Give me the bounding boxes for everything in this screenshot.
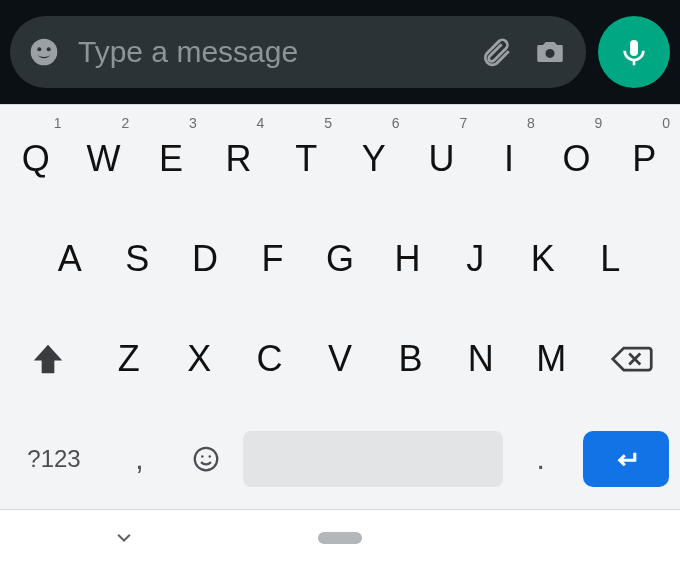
svg-point-3: [545, 49, 554, 58]
svg-point-9: [201, 455, 204, 458]
svg-point-2: [47, 47, 51, 51]
key-t[interactable]: T5: [272, 109, 340, 209]
enter-key[interactable]: [574, 431, 678, 487]
key-w[interactable]: W2: [70, 109, 138, 209]
key-b[interactable]: B: [375, 309, 445, 409]
on-screen-keyboard: Q1 W2 E3 R4 T5 Y6 U7 I8 O9 P0 A S D F G …: [0, 104, 680, 510]
nav-home-pill[interactable]: [318, 532, 362, 544]
key-f[interactable]: F: [239, 209, 307, 309]
enter-icon: [611, 444, 641, 474]
key-d[interactable]: D: [171, 209, 239, 309]
voice-message-button[interactable]: [598, 16, 670, 88]
message-input-bar: [0, 0, 680, 104]
keyboard-emoji-key[interactable]: [173, 444, 240, 474]
chevron-down-icon: [110, 528, 138, 548]
space-key[interactable]: [240, 431, 507, 487]
message-input[interactable]: [78, 35, 460, 69]
symbols-key[interactable]: ?123: [2, 445, 106, 473]
nav-back-button[interactable]: [110, 528, 138, 552]
key-z[interactable]: Z: [94, 309, 164, 409]
key-g[interactable]: G: [306, 209, 374, 309]
key-v[interactable]: V: [305, 309, 375, 409]
key-u[interactable]: U7: [408, 109, 476, 209]
camera-icon[interactable]: [532, 34, 568, 70]
smile-icon: [191, 444, 221, 474]
shift-icon: [29, 340, 67, 378]
key-m[interactable]: M: [516, 309, 586, 409]
key-s[interactable]: S: [104, 209, 172, 309]
svg-point-10: [209, 455, 212, 458]
key-k[interactable]: K: [509, 209, 577, 309]
key-l[interactable]: L: [576, 209, 644, 309]
backspace-icon: [610, 342, 654, 376]
system-nav-bar: [0, 510, 680, 562]
svg-point-8: [195, 448, 218, 471]
key-a[interactable]: A: [36, 209, 104, 309]
key-e[interactable]: E3: [137, 109, 205, 209]
key-n[interactable]: N: [446, 309, 516, 409]
svg-rect-4: [630, 40, 638, 56]
message-input-pill: [10, 16, 586, 88]
attachment-icon[interactable]: [478, 34, 514, 70]
key-o[interactable]: O9: [543, 109, 611, 209]
key-c[interactable]: C: [234, 309, 304, 409]
key-p[interactable]: P0: [610, 109, 678, 209]
svg-point-1: [37, 47, 41, 51]
shift-key[interactable]: [2, 340, 94, 378]
key-q[interactable]: Q1: [2, 109, 70, 209]
period-key[interactable]: .: [507, 442, 574, 476]
emoji-icon[interactable]: [28, 36, 60, 68]
svg-point-0: [31, 39, 58, 66]
keyboard-row-3: Z X C V B N M: [0, 309, 680, 409]
keyboard-row-1: Q1 W2 E3 R4 T5 Y6 U7 I8 O9 P0: [0, 109, 680, 209]
key-i[interactable]: I8: [475, 109, 543, 209]
key-h[interactable]: H: [374, 209, 442, 309]
key-j[interactable]: J: [441, 209, 509, 309]
key-y[interactable]: Y6: [340, 109, 408, 209]
key-x[interactable]: X: [164, 309, 234, 409]
keyboard-row-2: A S D F G H J K L: [0, 209, 680, 309]
keyboard-row-4: ?123 , .: [0, 409, 680, 509]
key-r[interactable]: R4: [205, 109, 273, 209]
backspace-key[interactable]: [586, 342, 678, 376]
comma-key[interactable]: ,: [106, 442, 173, 476]
mic-icon: [618, 36, 650, 68]
